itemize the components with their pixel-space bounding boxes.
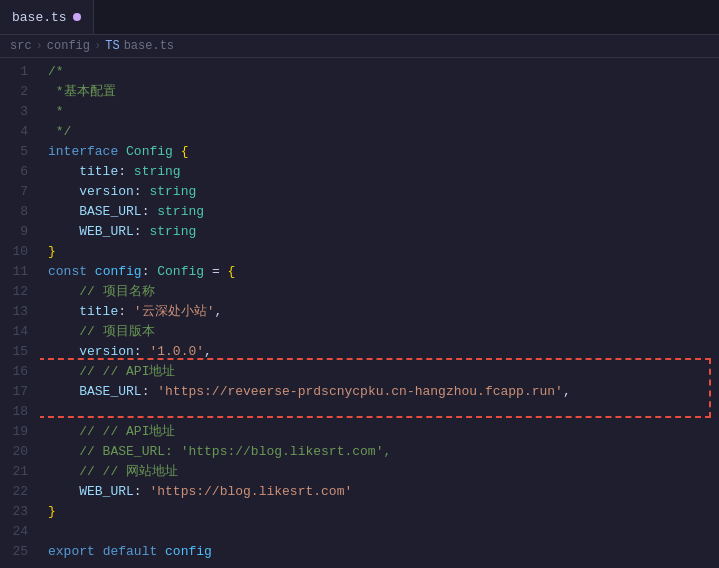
code-token: : xyxy=(142,384,158,399)
line-number: 9 xyxy=(0,222,40,242)
line-number: 2 xyxy=(0,82,40,102)
code-token: title xyxy=(79,304,118,319)
code-line: * xyxy=(48,102,719,122)
breadcrumb-sep2: › xyxy=(94,39,101,53)
breadcrumb-file-icon: TS xyxy=(105,39,119,53)
code-token: config xyxy=(95,264,142,279)
line-number: 22 xyxy=(0,482,40,502)
active-tab[interactable]: base.ts xyxy=(0,0,94,34)
code-token xyxy=(48,284,79,299)
code-token: export xyxy=(48,544,95,559)
line-number: 12 xyxy=(0,282,40,302)
line-number: 5 xyxy=(0,142,40,162)
code-token: title xyxy=(79,164,118,179)
code-token: 'https://blog.likesrt.com' xyxy=(149,484,352,499)
code-token: BASE_URL xyxy=(79,204,141,219)
line-number: 17 xyxy=(0,382,40,402)
code-token xyxy=(48,424,79,439)
code-token: : xyxy=(142,204,158,219)
code-token xyxy=(87,264,95,279)
code-line xyxy=(48,522,719,542)
line-number: 1 xyxy=(0,62,40,82)
code-line: // 项目版本 xyxy=(48,322,719,342)
code-token: // 项目名称 xyxy=(79,284,154,299)
code-token: // // API地址 xyxy=(79,364,175,379)
code-token xyxy=(48,384,79,399)
line-number: 14 xyxy=(0,322,40,342)
code-token: , xyxy=(563,384,571,399)
code-line xyxy=(48,402,719,422)
code-token xyxy=(48,164,79,179)
line-number: 26 xyxy=(0,562,40,565)
code-token xyxy=(48,464,79,479)
line-number: 18 xyxy=(0,402,40,422)
code-token: // // 网站地址 xyxy=(79,464,178,479)
breadcrumb: src › config › TS base.ts xyxy=(0,35,719,58)
code-token: // // API地址 xyxy=(79,424,175,439)
code-token: *基本配置 xyxy=(48,84,116,99)
code-token: '云深处小站' xyxy=(134,304,215,319)
code-token: { xyxy=(181,144,189,159)
code-token: const xyxy=(48,264,87,279)
code-line: const config: Config = { xyxy=(48,262,719,282)
code-token: : xyxy=(134,344,150,359)
line-number: 6 xyxy=(0,162,40,182)
code-line: WEB_URL: 'https://blog.likesrt.com' xyxy=(48,482,719,502)
code-token xyxy=(48,204,79,219)
code-token xyxy=(204,264,212,279)
code-content[interactable]: /* *基本配置 * */interface Config { title: s… xyxy=(40,58,719,565)
code-token: BASE_URL xyxy=(79,384,141,399)
tab-bar: base.ts xyxy=(0,0,719,35)
breadcrumb-filename: base.ts xyxy=(124,39,174,53)
code-token: : xyxy=(134,224,150,239)
line-number: 24 xyxy=(0,522,40,542)
code-token: interface xyxy=(48,144,118,159)
code-line: */ xyxy=(48,122,719,142)
code-line: WEB_URL: string xyxy=(48,222,719,242)
code-line xyxy=(48,562,719,565)
code-token: /* xyxy=(48,64,64,79)
code-token: { xyxy=(228,264,236,279)
editor: 1234567891011121314151617181920212223242… xyxy=(0,58,719,565)
line-number: 15 xyxy=(0,342,40,362)
code-token: Config xyxy=(157,264,204,279)
line-number: 11 xyxy=(0,262,40,282)
code-token: : xyxy=(118,164,134,179)
code-line: } xyxy=(48,242,719,262)
line-number: 16 xyxy=(0,362,40,382)
code-token: 'https://reveerse-prdscnycpku.cn-hangzho… xyxy=(157,384,563,399)
code-token: string xyxy=(134,164,181,179)
line-number: 23 xyxy=(0,502,40,522)
code-token: '1.0.0' xyxy=(149,344,204,359)
code-token: WEB_URL xyxy=(79,224,134,239)
code-token: : xyxy=(118,304,134,319)
code-token: default xyxy=(103,544,158,559)
code-token: string xyxy=(149,224,196,239)
code-token xyxy=(95,544,103,559)
line-numbers: 1234567891011121314151617181920212223242… xyxy=(0,58,40,565)
line-number: 4 xyxy=(0,122,40,142)
breadcrumb-sep1: › xyxy=(36,39,43,53)
code-token xyxy=(220,264,228,279)
code-line: // // 网站地址 xyxy=(48,462,719,482)
breadcrumb-config: config xyxy=(47,39,90,53)
code-token: version xyxy=(79,184,134,199)
code-line: /* xyxy=(48,62,719,82)
code-token xyxy=(48,344,79,359)
code-token: string xyxy=(157,204,204,219)
code-token: */ xyxy=(48,124,71,139)
line-number: 7 xyxy=(0,182,40,202)
code-line: // BASE_URL: 'https://blog.likesrt.com', xyxy=(48,442,719,462)
line-number: 21 xyxy=(0,462,40,482)
code-token xyxy=(48,304,79,319)
code-token: string xyxy=(149,184,196,199)
code-token: : xyxy=(142,264,158,279)
code-line: version: '1.0.0', xyxy=(48,342,719,362)
code-token: // 项目版本 xyxy=(79,324,154,339)
line-number: 8 xyxy=(0,202,40,222)
code-line: export default config xyxy=(48,542,719,562)
code-token: version xyxy=(79,344,134,359)
code-token: , xyxy=(204,344,212,359)
code-token: // BASE_URL: 'https://blog.likesrt.com', xyxy=(79,444,391,459)
code-line: BASE_URL: 'https://reveerse-prdscnycpku.… xyxy=(48,382,719,402)
